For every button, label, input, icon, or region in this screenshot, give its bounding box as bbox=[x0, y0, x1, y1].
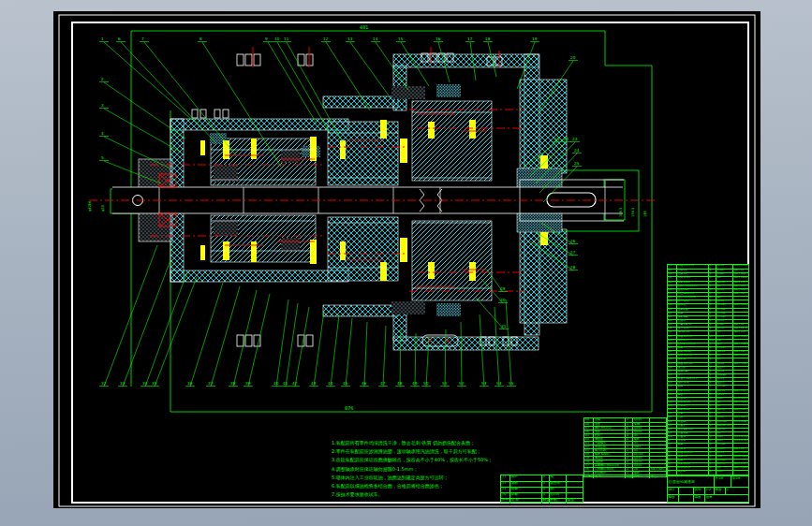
callout-number: 15 bbox=[398, 37, 404, 41]
bom-cell: 备注 bbox=[649, 475, 666, 478]
callout-number: 9 bbox=[265, 37, 268, 41]
callout-number: 4 bbox=[101, 131, 104, 136]
qty-value: 1 bbox=[726, 488, 748, 495]
leader-line bbox=[286, 303, 298, 387]
callout-number: 34 bbox=[142, 381, 148, 386]
callout-number: 23 bbox=[572, 137, 578, 141]
callout-number: 32 bbox=[101, 381, 107, 386]
dim-left-vertical: φ30 bbox=[101, 204, 105, 212]
leader-line bbox=[123, 260, 170, 387]
callout-number: 3 bbox=[101, 103, 104, 108]
sheets-cell: 共1张 bbox=[715, 476, 731, 488]
callout-number: 7 bbox=[141, 37, 144, 41]
bom-cell: 名 称 bbox=[509, 499, 541, 504]
bom-cell: 材料 bbox=[549, 499, 566, 504]
callout-number: 52 bbox=[459, 381, 465, 386]
leader-line bbox=[350, 42, 389, 95]
bom-header-row: 序号名 称数量材料备注 bbox=[501, 498, 583, 504]
leader-line bbox=[145, 271, 187, 387]
note-line: 1.装配前所有零件均须清洗干净，除去毛刺 铁屑 切勿损伤配合表面； bbox=[332, 439, 594, 447]
callout-number: 12 bbox=[323, 37, 329, 41]
bom-cell: 数量 bbox=[625, 475, 632, 478]
dim-bottom: 876 bbox=[345, 405, 354, 411]
callout-number: 5 bbox=[101, 155, 104, 160]
dim-right-vertical: 146 bbox=[643, 210, 647, 217]
scale-label: 比例 bbox=[694, 488, 705, 495]
callout-number: 46 bbox=[362, 381, 367, 386]
bom-cell: 数量 bbox=[541, 499, 549, 504]
callout-number: 6 bbox=[118, 37, 121, 41]
callout-number: 21 bbox=[554, 137, 560, 141]
callout-number: 14 bbox=[373, 37, 378, 41]
leader-line bbox=[155, 277, 197, 387]
leader-line bbox=[104, 82, 185, 139]
dim-right-vertical: 104.5 bbox=[619, 208, 623, 217]
callout-number: 19 bbox=[532, 37, 538, 41]
leader-line bbox=[248, 294, 270, 387]
bom-cell: 材料 bbox=[632, 475, 649, 478]
draw-label: 制图 bbox=[668, 495, 679, 502]
callout-number: 53 bbox=[481, 381, 487, 386]
drawing-name: 行星齿轮减速器 bbox=[668, 476, 715, 488]
callout-number: 20 bbox=[570, 55, 576, 60]
callout-number: 41 bbox=[283, 381, 288, 386]
leader-line bbox=[346, 318, 352, 387]
bom-cell: 名 称 bbox=[593, 475, 625, 478]
callout-number: 29 bbox=[500, 286, 506, 291]
callout-number: 2 bbox=[101, 77, 104, 81]
callout-number: 50 bbox=[423, 381, 429, 386]
callout-number: 18 bbox=[485, 37, 491, 41]
callout-number: 51 bbox=[442, 381, 448, 386]
bom-table-mid: 69油嘴1Q23568油管1紫铜67螺钉 M5×126Q23566挡板2Q235… bbox=[583, 417, 667, 477]
callout-number: 28 bbox=[570, 265, 576, 270]
callout-number: 11 bbox=[284, 37, 289, 41]
callout-number: 33 bbox=[120, 381, 125, 386]
callout-number: 26 bbox=[570, 239, 576, 243]
leader-line bbox=[295, 307, 309, 387]
leader-line bbox=[104, 109, 180, 152]
dim-left-vertical: φ42k6 bbox=[88, 200, 92, 212]
callout-number: 47 bbox=[380, 381, 386, 386]
note-line: 3.齿轮装配后应保证齿面接触斑点，按齿高不小于40%，按齿长不小于50%； bbox=[332, 456, 594, 464]
callout-number: 22 bbox=[564, 137, 569, 141]
callout-number: 36 bbox=[187, 381, 193, 386]
leader-line bbox=[314, 311, 324, 387]
leader-line bbox=[364, 322, 367, 387]
callout-number: 25 bbox=[574, 161, 580, 166]
callout-number: 55 bbox=[509, 381, 514, 386]
title-block: 行星齿轮减速器 共1张 第1张 设计 比例 1:2 数量 1 制图 审核 图号 bbox=[667, 475, 749, 503]
leader-line bbox=[211, 286, 240, 387]
leader-line bbox=[331, 314, 339, 387]
callout-number: 49 bbox=[412, 381, 418, 386]
callout-number: 54 bbox=[496, 381, 502, 386]
callout-number: 16 bbox=[436, 37, 441, 41]
bom-table-main: 54螺栓 M10×358Q235GB/T 578253垫圈 10865MnGB/… bbox=[667, 264, 749, 477]
callout-number: 48 bbox=[397, 381, 403, 386]
drawing-canvas[interactable]: 1234567891011121314151617181920212223242… bbox=[53, 11, 760, 508]
callout-number: 45 bbox=[343, 381, 348, 386]
callout-number: 24 bbox=[574, 148, 580, 153]
bom-cell: 序号 bbox=[584, 475, 593, 478]
drawingno-label: 图号 bbox=[705, 495, 748, 502]
note-line: 2.零件在装配前应涂润滑油脂，滚动轴承用汽油清洗，晾干后方可装配； bbox=[332, 447, 594, 456]
dim-top: 481 bbox=[360, 24, 369, 30]
bom-table-left: 73铭牌1铝72油杯1组合件71纸垫1纸70盖板1Q235序号名 称数量材料备注 bbox=[500, 475, 583, 503]
callout-number: 35 bbox=[152, 381, 157, 386]
callout-number: 27 bbox=[570, 250, 576, 255]
qty-label: 数量 bbox=[715, 488, 726, 495]
leader-line bbox=[383, 326, 386, 387]
leader-line bbox=[190, 283, 223, 387]
callout-number: 42 bbox=[292, 381, 298, 386]
cad-viewer-window: 1234567891011121314151617181920212223242… bbox=[0, 0, 812, 526]
check-label: 审核 bbox=[694, 495, 705, 502]
callout-number: 37 bbox=[208, 381, 214, 386]
callout-number: 10 bbox=[274, 37, 280, 41]
leader-line bbox=[104, 42, 192, 120]
note-line: 4.调整轴承时应保证轴向游隙0-1.5mm； bbox=[332, 465, 594, 474]
leader-line bbox=[144, 42, 236, 155]
leader-line bbox=[104, 137, 170, 168]
callout-number: 8 bbox=[199, 37, 202, 41]
callout-number: 38 bbox=[230, 381, 236, 386]
callout-number: 1 bbox=[101, 37, 104, 41]
callout-number: 40 bbox=[273, 381, 279, 386]
